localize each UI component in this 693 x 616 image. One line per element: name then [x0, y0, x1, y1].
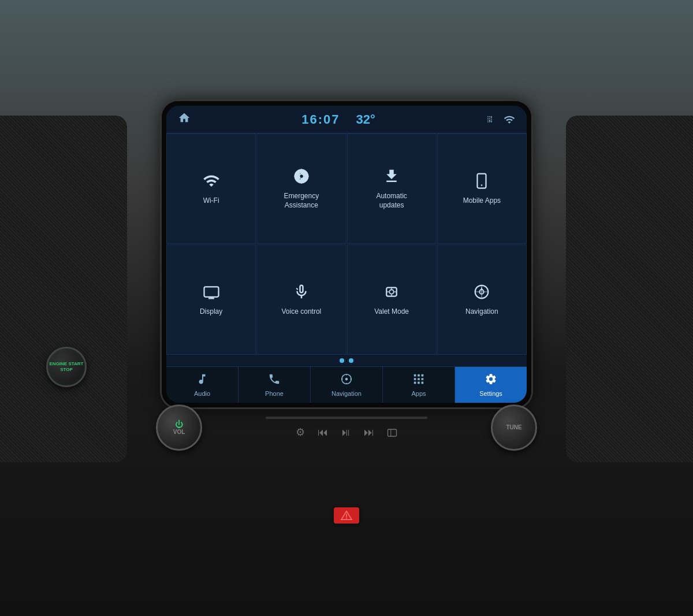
navigation-label: Navigation [331, 390, 362, 397]
nav-settings[interactable]: Settings [455, 367, 527, 403]
phone-label: Phone [265, 390, 284, 397]
engine-label: ENGINE START STOP [48, 361, 85, 373]
engine-start-button[interactable]: ENGINE START STOP [46, 347, 87, 387]
settings-icon [485, 373, 497, 387]
eq-button[interactable]: ⚙ [296, 426, 305, 439]
wifi-label: Wi-Fi [203, 196, 219, 206]
phone-icon [268, 373, 281, 387]
signal-icon [486, 114, 497, 125]
navigation-button[interactable]: Navigation [437, 244, 527, 355]
wifi-button[interactable]: Wi-Fi [166, 133, 256, 244]
tune-knob[interactable]: TUNE [491, 405, 537, 451]
wifi-status-icon [504, 114, 515, 125]
media-controls-group: ⚙ ⏮ ⏯ ⏭ [260, 417, 433, 439]
hazard-button[interactable] [334, 507, 359, 524]
valet-mode-button[interactable]: Valet Mode [347, 244, 437, 355]
voice-label: Voice control [282, 307, 322, 317]
dot-1 [340, 358, 344, 363]
updates-label: Automaticupdates [376, 192, 407, 210]
controls-area: ⏻ VOL ⚙ ⏮ ⏯ ⏭ TUNE [144, 405, 549, 451]
mobile-apps-icon [473, 172, 490, 192]
emergency-assistance-button[interactable]: EmergencyAssistance [256, 133, 346, 244]
voice-control-button[interactable]: Voice control [256, 244, 346, 355]
play-pause-button[interactable]: ⏯ [341, 426, 351, 439]
svg-point-9 [345, 378, 348, 381]
nav-audio[interactable]: Audio [166, 367, 239, 403]
tune-label: TUNE [506, 424, 521, 431]
page-dots [166, 355, 527, 366]
audio-icon [196, 373, 208, 387]
display-button[interactable]: Display [166, 244, 256, 355]
download-icon [383, 168, 400, 187]
dot-2 [349, 358, 353, 363]
svg-rect-12 [422, 374, 424, 377]
emergency-label: EmergencyAssistance [284, 192, 319, 210]
svg-rect-19 [388, 429, 397, 436]
svg-rect-14 [418, 378, 420, 380]
bottom-nav-bar: Audio Phone Navigation [166, 366, 527, 403]
dash-left-panel [0, 116, 127, 462]
automatic-updates-button[interactable]: Automaticupdates [347, 133, 437, 244]
nav-apps[interactable]: Apps [383, 367, 455, 403]
apps-icon [412, 373, 425, 387]
apps-label: Apps [411, 390, 426, 397]
svg-rect-15 [422, 378, 424, 380]
next-button[interactable]: ⏭ [364, 426, 374, 439]
dash-right-panel [566, 116, 693, 462]
settings-label: Settings [479, 390, 502, 397]
svg-rect-10 [414, 374, 416, 377]
mobile-apps-label: Mobile Apps [463, 196, 501, 206]
power-icon: ⏻ [175, 420, 183, 429]
nav-phone[interactable]: Phone [239, 367, 311, 403]
header-status-icons [486, 114, 515, 125]
prev-button[interactable]: ⏮ [318, 426, 328, 439]
header-center: 16:07 32° [301, 112, 375, 127]
svg-rect-18 [422, 382, 424, 384]
hazard-icon [340, 510, 353, 521]
home-icon[interactable] [178, 112, 191, 127]
media-controls: ⚙ ⏮ ⏯ ⏭ [296, 426, 397, 439]
nav-navigation[interactable]: Navigation [311, 367, 383, 403]
svg-rect-3 [204, 287, 218, 297]
svg-point-5 [389, 290, 394, 294]
svg-rect-13 [414, 378, 416, 380]
navigation-grid-icon [473, 283, 490, 303]
header-bar: 16:07 32° [166, 106, 527, 133]
temperature-display: 32° [356, 112, 375, 127]
vol-knob[interactable]: ⏻ VOL [156, 405, 202, 451]
display-icon [203, 283, 220, 303]
display-label: Display [200, 307, 222, 317]
svg-rect-16 [414, 382, 416, 384]
valet-icon [383, 283, 400, 303]
svg-rect-17 [418, 382, 420, 384]
voice-icon [293, 283, 310, 303]
valet-label: Valet Mode [374, 307, 409, 317]
nav-nav-icon [340, 373, 353, 387]
slider-bar [266, 417, 427, 419]
emergency-icon [293, 168, 310, 187]
svg-rect-11 [418, 374, 420, 377]
settings-grid: Wi-Fi EmergencyAssistance [166, 133, 527, 355]
audio-label: Audio [194, 390, 210, 397]
infotainment-screen: 16:07 32° [166, 106, 527, 403]
vol-label: VOL [173, 429, 185, 436]
screen-toggle-button[interactable] [387, 426, 397, 439]
mobile-apps-button[interactable]: Mobile Apps [437, 133, 527, 244]
clock-display: 16:07 [301, 112, 340, 127]
navigation-grid-label: Navigation [465, 307, 498, 317]
wifi-icon [203, 172, 220, 192]
infotainment-screen-bezel: 16:07 32° [162, 101, 531, 407]
svg-point-2 [481, 184, 483, 186]
